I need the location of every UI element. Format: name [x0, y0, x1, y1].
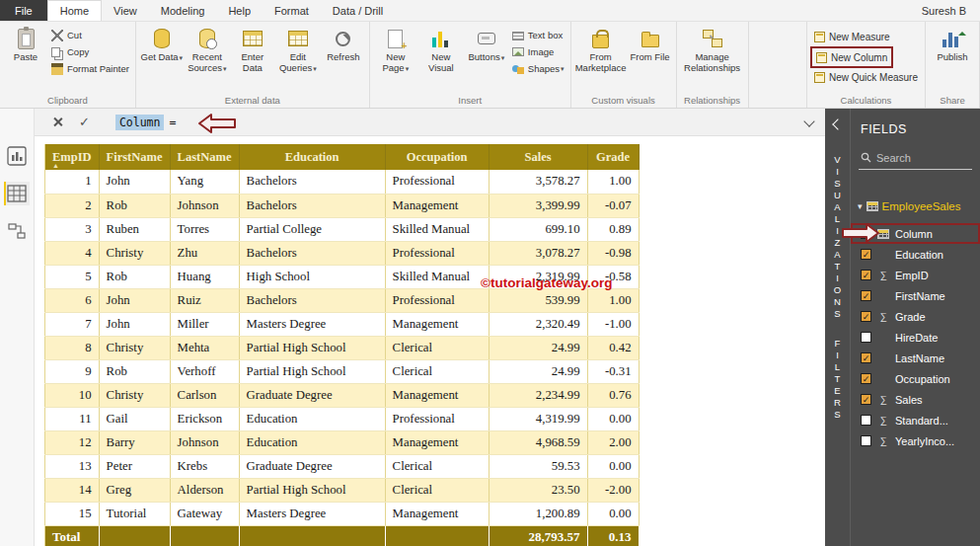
tab-modeling[interactable]: Modeling: [149, 0, 217, 21]
table-row-15: 15TutorialGatewayMasters DegreeManagemen…: [45, 502, 640, 525]
fields-table-row[interactable]: ▾ EmployeeSales: [851, 195, 980, 217]
column-header-firstname[interactable]: FirstName: [99, 144, 170, 170]
enter-data-button[interactable]: Enter Data: [230, 24, 275, 74]
field-item-standard[interactable]: ∑Standard...: [851, 410, 980, 430]
table-row-6: 6JohnRuizBachelorsProfessional539.991.00: [45, 288, 640, 312]
formula-expression[interactable]: Column =: [115, 115, 176, 130]
table-row-3: 3RubenTorresPartial CollegeSkilled Manua…: [45, 217, 640, 241]
publish-button[interactable]: Publish: [929, 24, 976, 63]
column-header-sales[interactable]: Sales: [489, 144, 587, 170]
field-checkbox[interactable]: ✓: [861, 311, 871, 322]
refresh-button[interactable]: Refresh: [321, 24, 366, 63]
cell-firstname: John: [99, 170, 170, 194]
format-painter-button[interactable]: Format Painter: [48, 60, 132, 77]
field-item-sales[interactable]: ✓∑Sales: [851, 389, 980, 410]
manage-relationships-button[interactable]: Manage Relationships: [680, 24, 745, 74]
database-icon: [154, 29, 170, 48]
cell-occupation: Clerical: [385, 454, 489, 478]
new-visual-button[interactable]: New Visual: [418, 24, 464, 74]
tab-filters[interactable]: FILTERS: [832, 338, 843, 421]
new-column-button[interactable]: New Column: [810, 46, 893, 68]
tab-data-drill[interactable]: Data / Drill: [321, 0, 395, 21]
field-checkbox[interactable]: [861, 435, 871, 446]
cell-lastname: Gateway: [170, 502, 239, 525]
field-item-firstname[interactable]: ✓FirstName: [851, 285, 980, 306]
formula-bar[interactable]: ✓ Column =: [35, 109, 825, 136]
field-checkbox[interactable]: [861, 332, 871, 343]
edit-queries-button[interactable]: Edit Queries▾: [275, 24, 321, 74]
cancel-formula-icon[interactable]: [52, 117, 63, 127]
field-label: Grade: [895, 311, 926, 323]
fields-search[interactable]: [859, 146, 972, 170]
new-page-button[interactable]: New Page▾: [373, 24, 418, 74]
field-checkbox[interactable]: [861, 415, 871, 426]
tab-home[interactable]: Home: [47, 0, 102, 21]
shapes-label: Shapes: [528, 63, 560, 74]
recent-sources-label: Recent Sources: [188, 51, 222, 73]
cell-lastname: Ruiz: [170, 288, 239, 312]
column-header-occupation[interactable]: Occupation: [385, 144, 489, 170]
collapse-panel-icon[interactable]: [832, 118, 843, 129]
column-header-lastname[interactable]: LastName: [170, 144, 239, 170]
field-checkbox[interactable]: ✓: [861, 249, 871, 260]
field-checkbox[interactable]: ✓: [861, 290, 871, 301]
field-label: EmpID: [895, 270, 929, 281]
cell-empid: 1: [45, 170, 100, 194]
field-item-hiredate[interactable]: HireDate: [851, 327, 980, 348]
calculations-group-label: Calculations: [810, 93, 922, 108]
cell-sales: 3,078.27: [489, 241, 587, 265]
image-button[interactable]: Image: [509, 43, 567, 60]
field-checkbox[interactable]: ✓: [861, 270, 871, 280]
data-view-button[interactable]: [4, 182, 30, 205]
column-header-education[interactable]: Education: [239, 144, 385, 170]
paste-button[interactable]: Paste: [3, 24, 48, 63]
field-item-lastname[interactable]: ✓LastName: [851, 348, 980, 368]
field-label: Standard...: [895, 415, 948, 427]
cell-firstname: Christy: [99, 336, 170, 359]
field-item-occupation[interactable]: ✓Occupation: [851, 368, 980, 389]
buttons-label: Buttons: [468, 51, 499, 62]
file-menu[interactable]: File: [0, 0, 47, 21]
expander-icon[interactable]: ▾: [858, 201, 863, 211]
recent-sources-icon: [199, 29, 215, 48]
copy-button[interactable]: Copy: [48, 43, 132, 60]
recent-sources-button[interactable]: Recent Sources▾: [185, 24, 230, 74]
column-header-grade[interactable]: Grade: [587, 144, 639, 170]
image-label: Image: [528, 46, 554, 57]
get-data-button[interactable]: Get Data▾: [139, 24, 185, 63]
model-view-button[interactable]: [4, 219, 30, 243]
expand-formula-bar-icon[interactable]: [803, 116, 814, 126]
report-view-button[interactable]: [4, 144, 30, 168]
total-empty-cell: [385, 525, 489, 546]
clipboard-group-label: Clipboard: [3, 93, 132, 108]
account-menu[interactable]: Suresh B: [908, 0, 980, 21]
from-file-button[interactable]: From File: [628, 24, 673, 63]
cell-firstname: Tutorial: [99, 502, 170, 525]
tab-view[interactable]: View: [102, 0, 149, 21]
field-item-empid[interactable]: ✓∑EmpID: [851, 265, 980, 285]
cell-firstname: Ruben: [99, 217, 170, 241]
commit-formula-icon[interactable]: ✓: [79, 116, 90, 128]
column-header-empid[interactable]: EmpID▲: [45, 144, 100, 170]
field-item-grade[interactable]: ✓∑Grade: [851, 306, 980, 327]
field-item-yearlyinco[interactable]: ∑YearlyInco...: [851, 430, 980, 451]
tab-format[interactable]: Format: [263, 0, 321, 21]
new-measure-button[interactable]: New Measure: [810, 28, 894, 46]
new-page-label: New Page: [382, 51, 405, 73]
cell-firstname: Rob: [99, 194, 170, 217]
field-checkbox[interactable]: ✓: [861, 373, 871, 384]
buttons-button[interactable]: Buttons▾: [464, 24, 509, 63]
shapes-button[interactable]: Shapes▾: [509, 60, 567, 77]
cut-button[interactable]: Cut: [48, 27, 132, 43]
cell-empid: 11: [45, 407, 100, 430]
from-marketplace-button[interactable]: From Marketplace: [574, 24, 628, 74]
search-input[interactable]: [876, 152, 967, 164]
new-quick-measure-button[interactable]: New Quick Measure: [810, 68, 922, 87]
text-box-button[interactable]: Text box: [509, 27, 567, 43]
cell-empid: 7: [45, 312, 100, 336]
tab-help[interactable]: Help: [216, 0, 263, 21]
view-switcher-sidebar: [0, 109, 35, 546]
field-checkbox[interactable]: ✓: [861, 352, 871, 363]
copy-label: Copy: [67, 46, 89, 57]
field-checkbox[interactable]: ✓: [861, 394, 871, 405]
